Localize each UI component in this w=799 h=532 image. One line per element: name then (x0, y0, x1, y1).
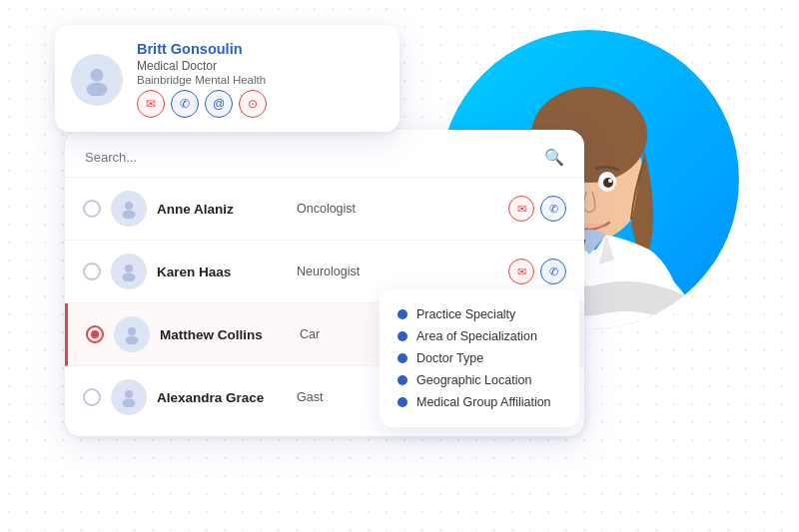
location-button[interactable]: ⊙ (239, 90, 267, 118)
profile-title: Medical Doctor (137, 59, 382, 73)
svg-point-17 (123, 273, 136, 282)
phone-button[interactable]: ✆ (171, 90, 199, 118)
profile-actions: ✉ ✆ @ ⊙ (137, 90, 382, 118)
radio-matthew-collins[interactable] (86, 325, 104, 343)
filter-item-medical-group[interactable]: Medical Group Affiliation (398, 391, 561, 413)
doctor-specialty-karen-haas: Neurologist (297, 265, 498, 278)
doctor-name-matthew-collins: Matthew Collins (160, 327, 290, 342)
item-actions-anne-alaniz: ✉ ✆ (508, 196, 566, 222)
svg-point-16 (125, 265, 133, 272)
profile-card: Britt Gonsoulin Medical Doctor Bainbridg… (55, 25, 400, 132)
svg-point-19 (126, 336, 139, 345)
item-phone-karen-haas[interactable]: ✆ (540, 259, 566, 284)
doctor-specialty-alexandra-grace: Gast (297, 390, 352, 404)
doctor-name-karen-haas: Karen Haas (157, 265, 287, 279)
filter-item-doctor-type[interactable]: Doctor Type (398, 347, 561, 369)
email-button[interactable]: ✉ (137, 90, 165, 118)
svg-point-13 (87, 82, 108, 96)
profile-name: Britt Gonsoulin (137, 41, 382, 57)
radio-karen-haas[interactable] (83, 263, 101, 280)
filter-item-geographic[interactable]: Geographic Location (398, 369, 561, 391)
doctor-specialty-anne-alaniz: Oncologist (297, 202, 498, 216)
svg-point-10 (608, 179, 612, 183)
item-email-karen-haas[interactable]: ✉ (508, 259, 534, 284)
svg-point-21 (123, 399, 136, 408)
filter-dot-doctor-type (398, 353, 407, 363)
svg-point-18 (128, 327, 136, 335)
avatar-matthew-collins (114, 316, 150, 352)
radio-alexandra-grace[interactable] (83, 388, 101, 406)
filter-label-doctor-type: Doctor Type (416, 351, 483, 365)
filter-dot-medical-group (398, 397, 407, 407)
search-bar: 🔍 (65, 138, 584, 178)
item-actions-karen-haas: ✉ ✆ (508, 259, 566, 284)
filter-label-medical-group: Medical Group Affiliation (416, 395, 551, 409)
svg-point-8 (603, 178, 613, 188)
svg-point-12 (91, 68, 104, 81)
filter-item-practice[interactable]: Practice Specialty (398, 303, 561, 325)
item-email-anne-alaniz[interactable]: ✉ (508, 196, 534, 222)
profile-info: Britt Gonsoulin Medical Doctor Bainbridg… (137, 41, 382, 118)
main-scene: Britt Gonsoulin Medical Doctor Bainbridg… (0, 0, 799, 532)
filter-dot-practice (398, 309, 407, 319)
doctor-specialty-matthew-collins: Car (300, 327, 355, 341)
filter-panel: Practice Specialty Area of Specializatio… (380, 289, 579, 427)
profile-organization: Bainbridge Mental Health (137, 74, 382, 86)
filter-dot-geographic (398, 375, 407, 385)
doctor-name-alexandra-grace: Alexandra Grace (157, 390, 287, 405)
at-button[interactable]: @ (205, 90, 233, 118)
filter-item-area[interactable]: Area of Specialization (398, 325, 561, 347)
avatar-anne-alaniz (111, 191, 147, 227)
filter-dot-area (398, 331, 407, 341)
avatar-karen-haas (111, 254, 147, 289)
search-icon: 🔍 (544, 148, 564, 167)
profile-avatar (71, 54, 123, 106)
svg-point-15 (123, 211, 136, 220)
search-input[interactable] (85, 150, 544, 165)
filter-label-practice: Practice Specialty (416, 307, 515, 321)
svg-point-14 (125, 202, 133, 210)
doctor-name-anne-alaniz: Anne Alaniz (157, 202, 287, 217)
filter-label-geographic: Geographic Location (416, 373, 531, 387)
avatar-alexandra-grace (111, 379, 147, 415)
item-phone-anne-alaniz[interactable]: ✆ (540, 196, 566, 222)
svg-point-20 (125, 390, 133, 398)
list-item[interactable]: Anne Alaniz Oncologist ✉ ✆ (65, 178, 584, 241)
filter-label-area: Area of Specialization (416, 329, 537, 343)
radio-anne-alaniz[interactable] (83, 200, 101, 218)
